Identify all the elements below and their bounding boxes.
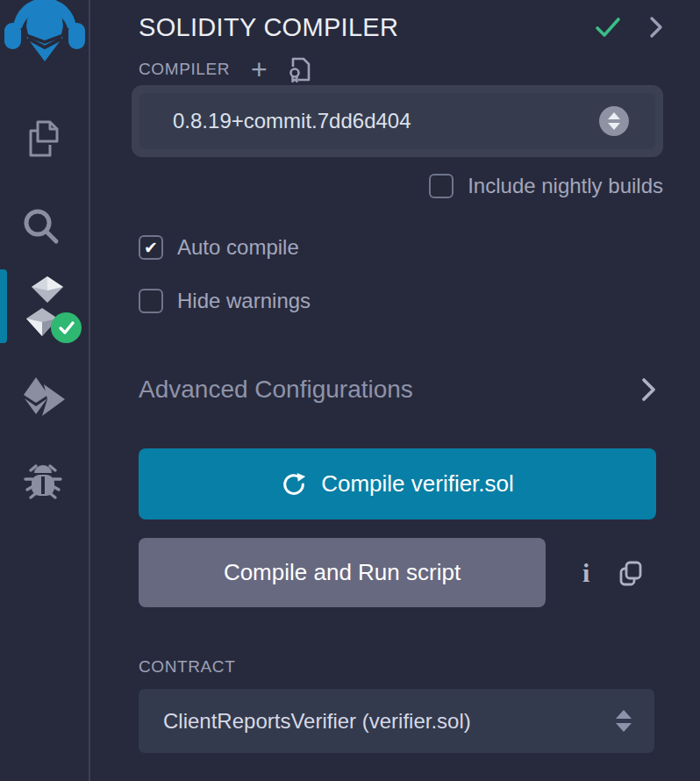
compiler-version-value: 0.8.19+commit.7dd6d404 xyxy=(173,109,411,133)
sidebar-item-file-explorer[interactable] xyxy=(24,118,64,159)
search-icon xyxy=(21,206,61,247)
compiler-version-select-inner: 0.8.19+commit.7dd6d404 xyxy=(139,93,655,149)
remix-logo[interactable] xyxy=(1,0,89,61)
compile-and-run-script-button[interactable]: Compile and Run script xyxy=(139,538,546,607)
hide-warnings-row[interactable]: Hide warnings xyxy=(139,289,663,313)
badge-check-icon xyxy=(58,320,75,336)
include-nightly-builds-label: Include nightly builds xyxy=(468,174,663,198)
compile-button-label: Compile verifier.sol xyxy=(321,470,514,498)
auto-compile-label: Auto compile xyxy=(177,235,299,260)
compile-run-row: Compile and Run script i xyxy=(139,538,663,607)
compile-success-badge xyxy=(51,312,82,343)
sidebar-item-search[interactable] xyxy=(21,206,61,247)
info-icon[interactable]: i xyxy=(582,558,589,588)
compiler-label-row: COMPILER + xyxy=(139,58,663,81)
contract-select-value: ClientReportsVerifier (verifier.sol) xyxy=(163,709,471,734)
advanced-chevron-icon xyxy=(641,376,656,403)
active-plugin-indicator xyxy=(0,269,7,343)
contract-select[interactable]: ClientReportsVerifier (verifier.sol) xyxy=(139,689,654,753)
remix-ide-window: SOLIDITY COMPILER COMPILER + xyxy=(0,0,700,781)
add-custom-compiler-icon[interactable]: + xyxy=(251,58,268,81)
compiled-status-check-icon xyxy=(595,17,621,38)
sidebar-item-solidity-compiler[interactable] xyxy=(0,268,90,345)
files-icon xyxy=(24,118,64,159)
icon-sidebar xyxy=(0,0,90,781)
include-nightly-builds-checkbox[interactable] xyxy=(429,174,454,198)
compiler-version-select[interactable]: 0.8.19+commit.7dd6d404 xyxy=(132,85,663,157)
compile-button[interactable]: Compile verifier.sol xyxy=(139,448,656,519)
panel-header: SOLIDITY COMPILER xyxy=(139,0,663,42)
contract-select-arrows-icon xyxy=(616,710,632,732)
copy-icon[interactable] xyxy=(618,560,643,586)
compiler-section-label: COMPILER xyxy=(139,60,230,79)
advanced-configurations-toggle[interactable]: Advanced Configurations xyxy=(139,374,663,405)
panel-title: SOLIDITY COMPILER xyxy=(139,13,398,42)
contract-section-label: CONTRACT xyxy=(139,657,235,677)
ethereum-icon xyxy=(21,376,67,425)
sidebar-item-debugger[interactable] xyxy=(22,458,64,500)
hide-warnings-label: Hide warnings xyxy=(177,289,311,313)
solidity-compiler-panel: SOLIDITY COMPILER COMPILER + xyxy=(90,0,700,781)
hide-warnings-checkbox[interactable] xyxy=(139,289,163,313)
collapse-panel-chevron-icon[interactable] xyxy=(649,16,663,39)
bug-icon xyxy=(22,458,64,500)
include-nightly-builds-row[interactable]: Include nightly builds xyxy=(139,174,663,198)
select-spinner-icon xyxy=(599,106,629,136)
auto-compile-checkbox[interactable] xyxy=(139,235,163,260)
refresh-icon xyxy=(281,471,307,498)
auto-compile-row[interactable]: Auto compile xyxy=(139,235,663,260)
sidebar-item-deploy-run[interactable] xyxy=(21,376,67,425)
compiler-license-icon[interactable] xyxy=(289,56,311,82)
remix-logo-icon xyxy=(1,0,89,61)
advanced-configurations-label: Advanced Configurations xyxy=(139,376,413,404)
